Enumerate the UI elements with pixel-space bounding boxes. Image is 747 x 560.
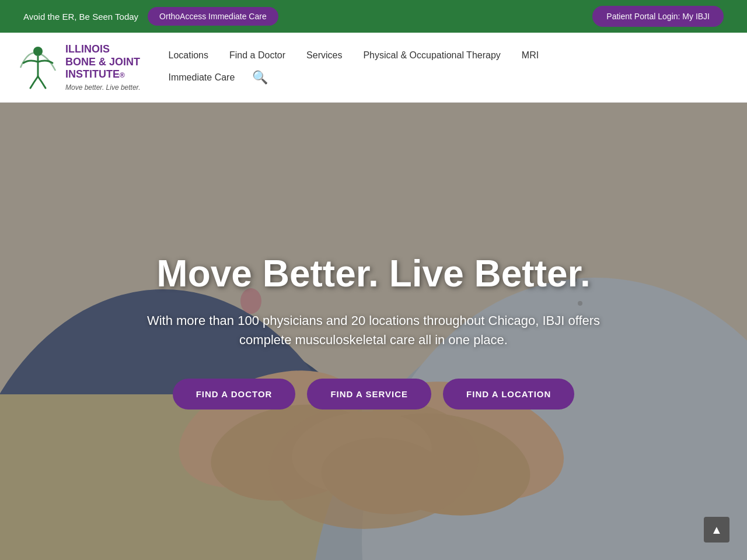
site-logo[interactable]: ILLINOIS BONE & JOINT INSTITUTE® Move be… xyxy=(18,34,141,101)
logo-text: ILLINOIS BONE & JOINT INSTITUTE® Move be… xyxy=(65,43,141,92)
hero-buttons: FIND A DOCTOR FIND A SERVICE FIND A LOCA… xyxy=(146,379,601,410)
hero-title: Move Better. Live Better. xyxy=(146,253,601,294)
ortho-access-button[interactable]: OrthoAccess Immediate Care xyxy=(148,7,278,26)
nav-services[interactable]: Services xyxy=(296,46,352,65)
top-banner-left: Avoid the ER, Be Seen Today OrthoAccess … xyxy=(23,7,278,26)
find-location-button[interactable]: FIND A LOCATION xyxy=(443,379,574,410)
nav-find-doctor[interactable]: Find a Doctor xyxy=(219,46,296,65)
patient-portal-button[interactable]: Patient Portal Login: My IBJI xyxy=(592,6,724,27)
find-service-button[interactable]: FIND A SERVICE xyxy=(307,379,431,410)
chevron-up-icon: ▲ xyxy=(711,523,722,537)
scroll-to-top-button[interactable]: ▲ xyxy=(704,517,729,542)
site-header: ILLINOIS BONE & JOINT INSTITUTE® Move be… xyxy=(0,33,747,103)
top-banner: Avoid the ER, Be Seen Today OrthoAccess … xyxy=(0,0,747,33)
nav-row-1: Locations Find a Doctor Services Physica… xyxy=(158,46,729,65)
hero-content: Move Better. Live Better. With more than… xyxy=(134,242,613,421)
nav-locations[interactable]: Locations xyxy=(158,46,219,65)
hero-subtitle: With more than 100 physicians and 20 loc… xyxy=(146,311,601,349)
avoid-er-text: Avoid the ER, Be Seen Today xyxy=(23,12,138,22)
logo-icon xyxy=(18,44,58,91)
find-doctor-button[interactable]: FIND A DOCTOR xyxy=(173,379,296,410)
org-name: ILLINOIS BONE & JOINT INSTITUTE® xyxy=(65,43,141,81)
search-button[interactable]: 🔍 xyxy=(245,65,275,90)
search-icon: 🔍 xyxy=(252,70,268,85)
nav-mri[interactable]: MRI xyxy=(511,46,549,65)
nav-wrapper: Locations Find a Doctor Services Physica… xyxy=(158,46,729,90)
nav-row-2: Immediate Care 🔍 xyxy=(158,65,729,90)
nav-physical-therapy[interactable]: Physical & Occupational Therapy xyxy=(352,46,511,65)
tagline: Move better. Live better. xyxy=(65,83,141,92)
nav-immediate-care[interactable]: Immediate Care xyxy=(158,68,246,88)
hero-section: Move Better. Live Better. With more than… xyxy=(0,103,747,560)
